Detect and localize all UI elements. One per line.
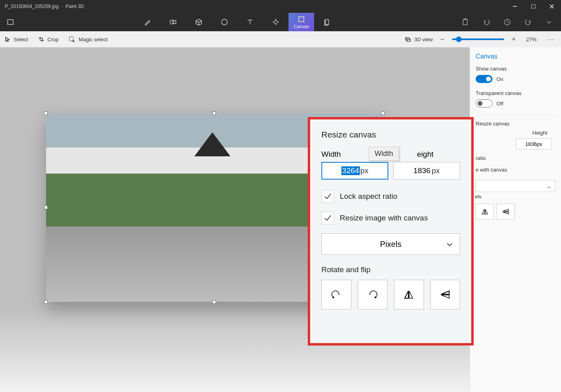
- titlebar: P_20150604_205209.jpg - Paint 3D: [0, 0, 561, 13]
- tab-3d-library[interactable]: [314, 13, 340, 31]
- zoom-percent: 27%: [523, 36, 539, 42]
- svg-rect-29: [69, 37, 73, 41]
- resize-handle[interactable]: [44, 206, 48, 209]
- text-icon: [246, 18, 254, 26]
- rotate-ccw-button[interactable]: [321, 280, 351, 309]
- width-tooltip: Width: [369, 147, 399, 161]
- window-title: P_20150604_205209.jpg - Paint 3D: [5, 4, 506, 9]
- shapes-3d-icon: [195, 18, 203, 26]
- secondary-toolbar: Select Crop Magic select 3D view − + 27%…: [0, 31, 561, 47]
- 3d-view-button[interactable]: 3D view: [405, 36, 433, 42]
- shapes-2d-icon: [169, 18, 177, 26]
- resize-handle[interactable]: [381, 111, 385, 115]
- more-options-button[interactable]: ⋯: [545, 36, 556, 43]
- select-label: Select: [14, 36, 28, 42]
- svg-point-31: [375, 297, 376, 298]
- rotate-flip-label: Rotate and flip: [321, 265, 460, 274]
- flip-horizontal-button[interactable]: [394, 280, 424, 309]
- canvas-icon: [297, 15, 305, 23]
- popup-units-select[interactable]: Pixels: [321, 233, 460, 255]
- paste-button[interactable]: [457, 13, 474, 31]
- brush-icon: [143, 18, 151, 26]
- zoom-out-button[interactable]: −: [438, 35, 446, 44]
- show-canvas-label: Show canvas: [476, 66, 555, 72]
- transparent-canvas-toggle[interactable]: [476, 99, 492, 107]
- resize-handle[interactable]: [44, 300, 48, 304]
- resize-with-canvas-checkbox[interactable]: [321, 212, 334, 224]
- 3d-view-label: 3D view: [414, 36, 433, 42]
- minimize-button[interactable]: [506, 0, 524, 13]
- tab-effects[interactable]: [263, 13, 289, 31]
- flip-vertical-button[interactable]: [430, 280, 460, 309]
- ribbon: Canvas: [0, 13, 561, 31]
- panel-resize-partial: e with canvas: [476, 167, 555, 173]
- resize-canvas-label: Resize canvas: [476, 121, 555, 127]
- undo-button[interactable]: [478, 13, 495, 31]
- expand-button[interactable]: [540, 13, 558, 31]
- resize-canvas-popup: Resize canvas Width eight Width 3264px 1…: [308, 117, 474, 346]
- panel-units-select[interactable]: Pixels ⌄: [476, 180, 555, 192]
- effects-icon: [272, 18, 280, 26]
- panel-height-label: Height: [532, 130, 547, 136]
- show-canvas-toggle[interactable]: [476, 75, 492, 83]
- tab-brushes[interactable]: [135, 13, 160, 31]
- panel-units-partial: els: [475, 194, 555, 200]
- popup-height-label: eight: [417, 150, 434, 159]
- menu-button[interactable]: [3, 19, 18, 25]
- tab-canvas[interactable]: Canvas: [289, 13, 314, 31]
- zoom-in-button[interactable]: +: [510, 35, 518, 44]
- redo-button[interactable]: [519, 13, 537, 31]
- history-button[interactable]: [498, 13, 516, 31]
- svg-point-30: [333, 297, 334, 298]
- tab-3d-shapes[interactable]: [186, 13, 212, 31]
- close-button[interactable]: [543, 0, 561, 13]
- maximize-button[interactable]: [524, 0, 543, 13]
- svg-rect-20: [463, 19, 467, 25]
- popup-width-label: Width: [321, 150, 341, 159]
- svg-point-10: [274, 20, 277, 24]
- library-icon: [323, 18, 331, 26]
- select-tool[interactable]: Select: [5, 36, 28, 42]
- svg-rect-1: [531, 4, 535, 8]
- panel-lock-partial: ratio: [476, 155, 555, 161]
- svg-rect-15: [299, 17, 304, 22]
- popup-title: Resize canvas: [321, 130, 460, 139]
- popup-height-value: 1836: [414, 166, 430, 175]
- zoom-slider[interactable]: [452, 38, 504, 40]
- toggle-on-label: On: [496, 76, 503, 82]
- chevron-down-icon: ⌄: [547, 183, 551, 189]
- crop-label: Crop: [47, 36, 59, 42]
- popup-units-label: Pixels: [380, 240, 401, 249]
- popup-width-input[interactable]: 3264px: [321, 162, 388, 180]
- magic-select-tool[interactable]: Magic select: [69, 36, 107, 42]
- stickers-icon: [220, 18, 228, 26]
- lock-aspect-label: Lock aspect ratio: [340, 192, 398, 201]
- tab-stickers[interactable]: [212, 13, 237, 31]
- resize-handle[interactable]: [44, 111, 48, 115]
- canvas-panel: Canvas Show canvas On Transparent canvas…: [470, 47, 561, 392]
- tab-2d-shapes[interactable]: [160, 13, 186, 31]
- tab-canvas-label: Canvas: [294, 24, 309, 29]
- crop-tool[interactable]: Crop: [38, 36, 59, 42]
- resize-handle[interactable]: [212, 111, 216, 115]
- transparent-canvas-label: Transparent canvas: [476, 90, 555, 96]
- popup-width-value: 3264: [341, 166, 360, 175]
- popup-height-input[interactable]: 1836px: [393, 162, 460, 180]
- resize-with-canvas-label: Resize image with canvas: [340, 214, 428, 222]
- rotate-cw-button[interactable]: [358, 280, 388, 309]
- resize-handle[interactable]: [212, 300, 216, 304]
- panel-flip-h-button[interactable]: [476, 204, 494, 220]
- lock-aspect-checkbox[interactable]: [321, 190, 334, 203]
- svg-rect-4: [8, 20, 13, 24]
- svg-line-24: [507, 22, 509, 23]
- toggle-off-label: Off: [496, 101, 503, 107]
- panel-height-input[interactable]: [516, 138, 552, 150]
- panel-flip-v-button[interactable]: [496, 204, 515, 220]
- tab-text[interactable]: [237, 13, 263, 31]
- magic-select-label: Magic select: [79, 36, 107, 42]
- chevron-down-icon: [446, 240, 453, 249]
- panel-title: Canvas: [476, 53, 555, 60]
